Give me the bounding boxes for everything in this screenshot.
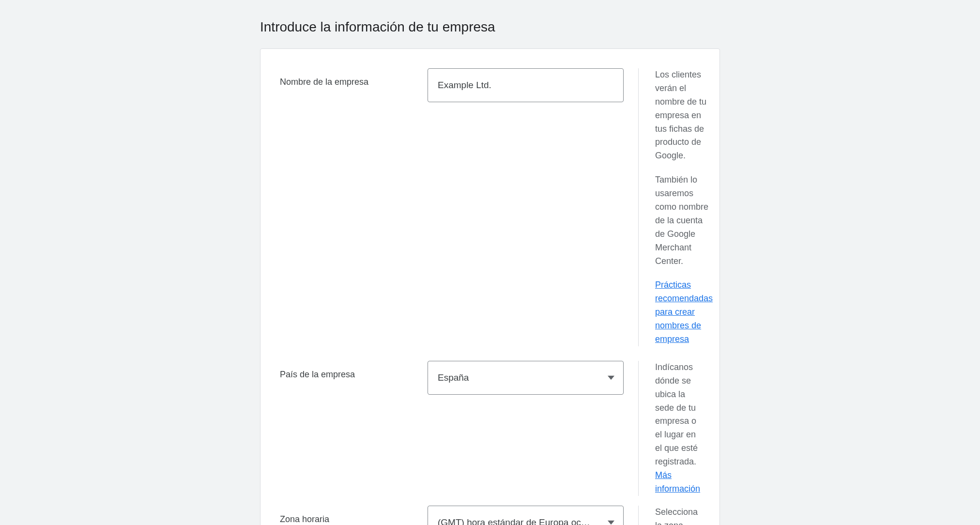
timezone-label: Zona horaria: [280, 514, 329, 524]
business-name-help-1: Los clientes verán el nombre de tu empre…: [655, 68, 713, 163]
country-select[interactable]: España: [428, 361, 624, 395]
timezone-select-value: (GMT) hora estándar de Europa oc…: [438, 517, 599, 525]
business-name-help-2: También lo usaremos como nombre de la cu…: [655, 173, 713, 268]
business-name-label: Nombre de la empresa: [280, 77, 368, 87]
country-help-link[interactable]: Más información: [655, 470, 700, 494]
country-help: Indícanos dónde se ubica la sede de tu e…: [655, 361, 700, 496]
timezone-help: Selecciona la zona horaria de tu cuenta …: [655, 506, 703, 525]
country-select-value: España: [438, 372, 599, 383]
business-name-input[interactable]: [428, 68, 624, 102]
country-row: País de la empresa España Indícanos dónd…: [280, 361, 700, 496]
timezone-select[interactable]: (GMT) hora estándar de Europa oc…: [428, 506, 624, 525]
country-label: País de la empresa: [280, 370, 355, 379]
timezone-row: Zona horaria (GMT) hora estándar de Euro…: [280, 506, 700, 525]
business-info-card: Nombre de la empresa Los clientes verán …: [260, 48, 720, 525]
business-name-help-link[interactable]: Prácticas recomendadas para crear nombre…: [655, 278, 713, 346]
chevron-down-icon: [608, 375, 614, 380]
page-title: Introduce la información de tu empresa: [260, 19, 720, 35]
chevron-down-icon: [608, 520, 614, 525]
business-name-row: Nombre de la empresa Los clientes verán …: [280, 68, 700, 346]
